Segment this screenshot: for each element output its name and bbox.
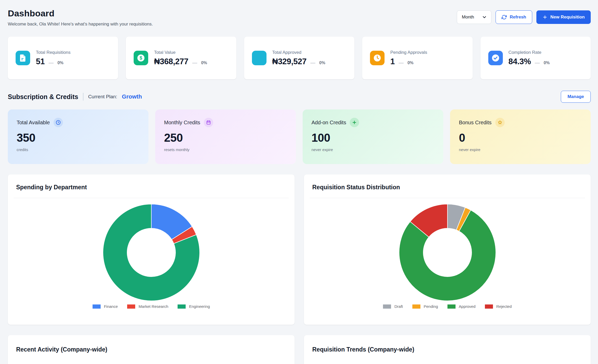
recent-activity-title: Recent Activity (Company-wide): [8, 335, 295, 359]
legend-label: Engineering: [189, 304, 210, 309]
legend-item-approved[interactable]: Approved: [447, 304, 476, 309]
subscription-section-title: Subscription & Credits: [8, 93, 78, 101]
trend-dash: —: [192, 60, 197, 66]
credit-card-bonus-credits: Bonus Credits 0 never expire: [450, 109, 591, 164]
legend-label: Market Research: [139, 304, 168, 309]
stat-card-body: Completion Rate 84.3% — 0%: [509, 50, 550, 66]
credit-label: Total Available: [17, 120, 50, 126]
legend-swatch: [178, 304, 186, 309]
stat-label: Total Value: [154, 50, 207, 55]
credit-value: 0: [459, 131, 582, 144]
bottom-row: Recent Activity (Company-wide) Requisiti…: [8, 335, 591, 364]
donut-svg: [398, 203, 497, 302]
dollar-icon: $: [134, 51, 148, 65]
legend-swatch: [485, 304, 493, 309]
legend-label: Pending: [424, 304, 438, 309]
legend-item-pending[interactable]: Pending: [412, 304, 438, 309]
refresh-button[interactable]: Refresh: [496, 10, 532, 24]
credit-value: 350: [17, 131, 140, 144]
legend-item-rejected[interactable]: Rejected: [485, 304, 512, 309]
donut-chart-status: [304, 198, 591, 304]
stat-change: 0%: [407, 61, 413, 65]
chart-title: Requisition Status Distribution: [304, 174, 591, 198]
refresh-icon: [502, 15, 507, 20]
credit-label: Bonus Credits: [459, 120, 492, 126]
trend-dash: —: [49, 60, 54, 66]
credit-card-total-available: Total Available 350 credits: [8, 109, 148, 164]
manage-button[interactable]: Manage: [561, 91, 591, 103]
stat-value: 84.3%: [509, 57, 531, 66]
subscription-header: Subscription & Credits Current Plan: Gro…: [8, 91, 591, 103]
chart-legend: FinanceMarket ResearchEngineering: [8, 304, 295, 309]
donut-chart-spending: [8, 198, 295, 304]
requisition-trends-card: Requisition Trends (Company-wide): [304, 335, 591, 364]
vertical-divider: [83, 93, 83, 101]
legend-swatch: [412, 304, 420, 309]
charts-row: Spending by Department FinanceMarket Res…: [8, 174, 591, 325]
credit-card-monthly-credits: Monthly Credits 250 resets monthly: [155, 109, 296, 164]
plus-icon: [350, 118, 359, 127]
legend-item-finance[interactable]: Finance: [93, 304, 118, 309]
new-requisition-button-label: New Requisition: [550, 15, 585, 20]
credit-sublabel: never expire: [311, 147, 434, 152]
credit-card-addon-credits: Add-on Credits 100 never expire: [303, 109, 443, 164]
dashboard-page: Dashboard Welcome back, Ola White! Here'…: [0, 0, 598, 364]
page-subtitle: Welcome back, Ola White! Here's what's h…: [8, 22, 153, 27]
file-icon: [16, 51, 30, 65]
stat-change: 0%: [319, 61, 325, 65]
stat-card-pending-approvals: Pending Approvals 1 — 0%: [362, 37, 472, 79]
calendar-icon: [204, 118, 213, 127]
stat-label: Completion Rate: [509, 50, 550, 55]
stats-row: Total Requisitions 51 — 0% $ Total Value…: [8, 37, 591, 79]
legend-swatch: [93, 304, 101, 309]
legend-swatch: [383, 304, 391, 309]
credits-row: Total Available 350 credits Monthly Cred…: [8, 109, 591, 164]
stat-card-body: Total Requisitions 51 — 0%: [36, 50, 70, 66]
new-requisition-button[interactable]: New Requisition: [536, 10, 591, 24]
chart-card-requisition-status: Requisition Status Distribution DraftPen…: [304, 174, 591, 325]
clock-icon: [54, 118, 63, 127]
stat-card-total-requisitions: Total Requisitions 51 — 0%: [8, 37, 118, 79]
legend-swatch: [447, 304, 456, 309]
credit-sublabel: credits: [17, 147, 140, 152]
stat-value: 1: [390, 57, 395, 66]
current-plan-label: Current Plan:: [88, 94, 117, 100]
chart-legend: DraftPendingApprovedRejected: [304, 304, 591, 309]
stat-change: 0%: [544, 61, 550, 65]
manage-button-label: Manage: [568, 94, 584, 99]
legend-item-engineering[interactable]: Engineering: [178, 304, 210, 309]
credit-label: Monthly Credits: [164, 120, 200, 126]
credit-label: Add-on Credits: [311, 120, 346, 126]
legend-item-draft[interactable]: Draft: [383, 304, 403, 309]
recent-activity-card: Recent Activity (Company-wide): [8, 335, 295, 364]
header-titles: Dashboard Welcome back, Ola White! Here'…: [8, 7, 153, 27]
requisition-trends-title: Requisition Trends (Company-wide): [304, 335, 591, 359]
credit-value: 100: [311, 131, 434, 144]
stat-card-total-value: $ Total Value ₦368,277 — 0%: [126, 37, 236, 79]
current-plan-value[interactable]: Growth: [122, 93, 142, 100]
stat-change: 0%: [201, 61, 207, 65]
legend-item-market-research[interactable]: Market Research: [127, 304, 168, 309]
stat-value: 51: [36, 57, 45, 66]
stat-card-body: Pending Approvals 1 — 0%: [390, 50, 427, 66]
trend-dash: —: [399, 60, 404, 66]
stat-card-body: Total Approved ₦329,527 — 0%: [272, 50, 325, 66]
credit-value: 250: [164, 131, 287, 144]
trend-dash: —: [310, 60, 315, 66]
chart-card-spending-by-department: Spending by Department FinanceMarket Res…: [8, 174, 295, 325]
square-icon: [252, 51, 266, 65]
stat-value: ₦368,277: [154, 57, 188, 66]
page-title: Dashboard: [8, 8, 153, 18]
period-select-value: Month: [462, 15, 474, 20]
legend-label: Finance: [104, 304, 118, 309]
stat-label: Pending Approvals: [390, 50, 427, 55]
trend-dash: —: [535, 60, 540, 66]
period-select[interactable]: Month: [457, 10, 491, 24]
stat-card-completion-rate: Completion Rate 84.3% — 0%: [480, 37, 591, 79]
credit-sublabel: resets monthly: [164, 147, 287, 152]
legend-label: Draft: [394, 304, 403, 309]
chart-title: Spending by Department: [8, 174, 295, 198]
star-icon: [495, 118, 505, 127]
clock-icon: [370, 51, 385, 65]
legend-label: Approved: [459, 304, 476, 309]
